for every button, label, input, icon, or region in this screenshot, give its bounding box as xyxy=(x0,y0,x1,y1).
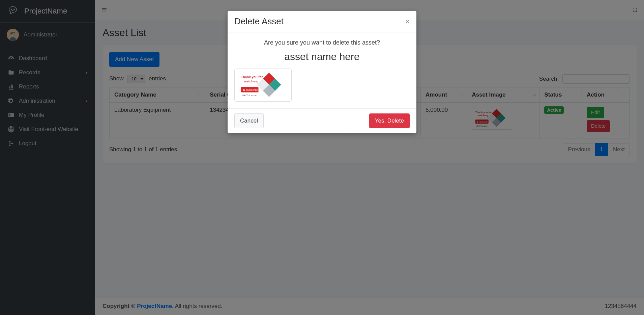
svg-text:watching: watching xyxy=(243,79,258,83)
modal-title: Delete Asset xyxy=(234,16,284,27)
modal-confirm-text: Are you sure you want to delete this ass… xyxy=(234,39,410,46)
modal-body: Are you sure you want to delete this ass… xyxy=(228,32,416,108)
delete-asset-modal: Delete Asset × Are you sure you want to … xyxy=(228,11,416,133)
svg-text:▶ Subscribe: ▶ Subscribe xyxy=(243,88,259,91)
cancel-button[interactable]: Cancel xyxy=(234,113,264,128)
modal-footer: Cancel Yes, Delete xyxy=(228,108,416,133)
modal-asset-thumbnail: Thank you forwatching▶ SubscribeiNetTuto… xyxy=(234,69,292,102)
modal-header: Delete Asset × xyxy=(228,11,416,32)
modal-asset-name: asset name here xyxy=(234,51,410,62)
svg-text:iNetTutor.com: iNetTutor.com xyxy=(242,94,257,97)
confirm-delete-button[interactable]: Yes, Delete xyxy=(369,113,410,128)
svg-text:Thank you for: Thank you for xyxy=(241,75,263,79)
close-icon[interactable]: × xyxy=(405,18,410,25)
